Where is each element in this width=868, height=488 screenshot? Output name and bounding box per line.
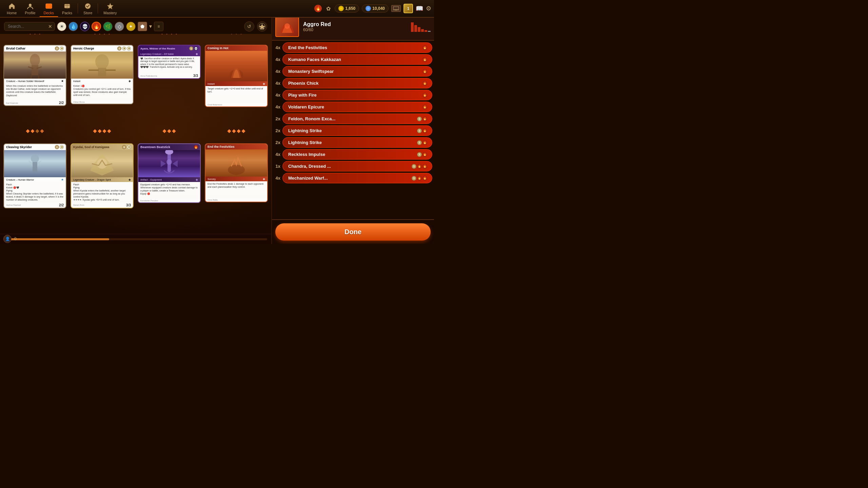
card-ayara[interactable]: Ayara, Widow of the Realm 1 💀 Legendary … [138, 45, 201, 79]
deck-entry-4: 4x Play with Fire 🔥 [274, 90, 432, 100]
deck-card-lightning-strike-2[interactable]: Lightning Strike 1 🔥 [282, 137, 432, 148]
deck-card-kumano[interactable]: Kumano Faces Kakkazan 🔥 [282, 54, 432, 65]
card-brutal-cathar[interactable]: Brutal Cathar 2 ☀ [3, 45, 66, 106]
search-input[interactable] [4, 22, 55, 31]
svg-point-28 [166, 159, 172, 165]
deck-card-monastery-swiftspear[interactable]: Monastery Swiftspear 🔥 [282, 66, 432, 77]
filter-land[interactable]: ⬟ [138, 22, 147, 31]
deck-entry-5: 4x Voldaren Epicure 🔥 [274, 102, 432, 112]
nav-item-packs[interactable]: Packs [58, 1, 76, 16]
card-set-symbol: ◈ [263, 177, 265, 181]
deck-card-name: Lightning Strike [288, 140, 417, 145]
deck-card-cost: 1 🔥 🔥 [412, 176, 427, 181]
card-header: Coming In Hot [205, 45, 267, 51]
deck-card-lightning-strike-1[interactable]: Lightning Strike 1 🔥 [282, 125, 432, 136]
mana-cost: 3 ☀ [122, 145, 131, 149]
deck-card-name: Chandra, Dressed ... [288, 164, 412, 169]
mana-black: 💀 [194, 46, 198, 50]
deck-card-play-with-fire[interactable]: Play with Fire 🔥 [282, 90, 432, 100]
svg-point-31 [284, 23, 290, 29]
svg-line-16 [31, 75, 32, 79]
deck-entry-qty: 4x [274, 104, 280, 109]
refresh-button[interactable]: ↺ [244, 21, 254, 32]
card-end-festivities[interactable]: End the Festivities Sorcery ◈ [205, 143, 268, 202]
deck-card-feldon[interactable]: Feldon, Ronom Exca... 1 🔥 [282, 114, 432, 124]
diamond [232, 129, 236, 133]
deck-entry-10: 1x Chandra, Dressed ... 1 🔥 🔥 [274, 161, 432, 171]
mtg-logo-button[interactable] [257, 21, 267, 32]
deck-card-phoenix-chick[interactable]: Phoenix Chick 🔥 [282, 78, 432, 88]
card-text: FlashKicker 🔴🖤FlyingWhen Cleaving Skyrid… [4, 182, 66, 203]
deck-card-cost: 1 🔥 🔥 [412, 164, 427, 169]
card-footer: Zoltan Boros [71, 100, 133, 104]
deck-entry-9: 4x Reckless Impulse 1 🔥 [274, 149, 432, 160]
curve-bar-2 [414, 25, 417, 32]
nav-item-decks[interactable]: Decks [40, 1, 58, 16]
search-clear-button[interactable]: ✕ [48, 24, 52, 29]
mana-generic-sym: 1 [417, 128, 422, 133]
deck-entry-2: 4x Monastery Swiftspear 🔥 [274, 66, 432, 77]
filter-gold[interactable]: ✦ [126, 22, 136, 31]
filter-expand-button[interactable]: ▾ [149, 23, 152, 29]
diamond [107, 129, 111, 133]
deck-card-chandra[interactable]: Chandra, Dressed ... 1 🔥 🔥 [282, 161, 432, 171]
deck-card-reckless-impulse[interactable]: Reckless Impulse 1 🔥 [282, 149, 432, 160]
deck-card-name: Monastery Swiftspear [288, 69, 422, 74]
filter-red[interactable]: 🔥 [92, 22, 101, 31]
deck-card-mechanized[interactable]: Mechanized Warf... 1 🔥 🔥 [282, 173, 432, 183]
mana-red: 🔥 [194, 145, 198, 149]
sort-button[interactable]: ≡ [154, 22, 163, 31]
filter-green[interactable]: 🌿 [103, 22, 113, 31]
mastery-icon [106, 2, 114, 10]
mana-white: ☀ [60, 46, 64, 50]
card-art [4, 150, 66, 177]
nav-item-store[interactable]: Store [79, 1, 96, 16]
deck-entry-qty: 4x [274, 57, 280, 62]
deck-card-name: Play with Fire [288, 93, 422, 98]
nav-item-profile[interactable]: Profile [21, 1, 39, 16]
card-kyodai[interactable]: Kyodai, Soul of Kamigawa 3 ☀ [71, 143, 134, 208]
card-footer: Daniel Zrom 3/3 [71, 203, 133, 208]
filter-black[interactable]: 💀 [80, 22, 90, 31]
deck-card-name: Phoenix Chick [288, 81, 422, 86]
card-grid: Brutal Cathar 2 ☀ [3, 37, 268, 230]
card-coming-in-hot[interactable]: Coming In Hot Instant ◈ [205, 45, 268, 107]
nav-item-mastery[interactable]: Mastery [99, 1, 121, 16]
card-type-bar: Legendary Creature – Dragon Spirit ◈ [71, 177, 133, 182]
card-beamtown-beatstick[interactable]: Beamtown Beatstick 🔥 [138, 143, 201, 203]
curve-bar-3 [418, 27, 420, 32]
mana-red-sym: 🔥 [422, 140, 427, 145]
card-set-symbol: ◈ [263, 82, 265, 85]
card-type: Creature – Human Soldier Werewolf [6, 80, 44, 82]
deck-card-name: Voldaren Epicure [288, 104, 422, 109]
card-header: Brutal Cathar 2 ☀ [4, 45, 66, 52]
card-footer: Chris Rallis [205, 198, 267, 202]
svg-point-6 [85, 3, 91, 9]
deck-entry-qty: 4x [274, 69, 280, 74]
deck-card-voldaren-epicure[interactable]: Voldaren Epicure 🔥 [282, 102, 432, 112]
card-text: When this creature enters the battlefiel… [4, 83, 66, 100]
settings-icon[interactable]: ⚙ [426, 5, 431, 12]
card-heroic-charge[interactable]: Heroic Charge 2 ☀ ☀ [71, 45, 134, 104]
horizontal-scrollbar[interactable] [4, 238, 267, 240]
svg-rect-8 [393, 6, 399, 10]
done-button[interactable]: Done [275, 223, 431, 241]
card-header: Heroic Charge 2 ☀ ☀ [71, 45, 133, 52]
diamond [102, 129, 106, 133]
deck-details: Aggro Red 60/60 [303, 21, 407, 32]
diamond [237, 129, 240, 133]
deck-list: 4x End the Festivities 🔥 4x Kumano Faces… [272, 41, 434, 219]
filter-colorless[interactable]: ◇ [115, 22, 124, 31]
deck-entry-11: 4x Mechanized Warf... 1 🔥 🔥 [274, 173, 432, 183]
card-cleaving-skyrider[interactable]: Cleaving Skyrider 2 ☀ [3, 143, 66, 208]
card-slot-3: Coming In Hot Instant ◈ [205, 37, 268, 132]
filter-blue[interactable]: 💧 [68, 22, 78, 31]
nav-item-home[interactable]: Home [3, 1, 21, 16]
mana-generic: 3 [122, 145, 126, 149]
mana-generic: 1 [189, 46, 193, 50]
card-art [138, 150, 200, 177]
filter-white[interactable]: ☀ [57, 22, 66, 31]
deck-card-end-festivities[interactable]: End the Festivities 🔥 [282, 42, 432, 53]
card-type: Legendary Creature – Elf Noble [140, 53, 174, 55]
rank-badge: 1 [403, 4, 413, 13]
